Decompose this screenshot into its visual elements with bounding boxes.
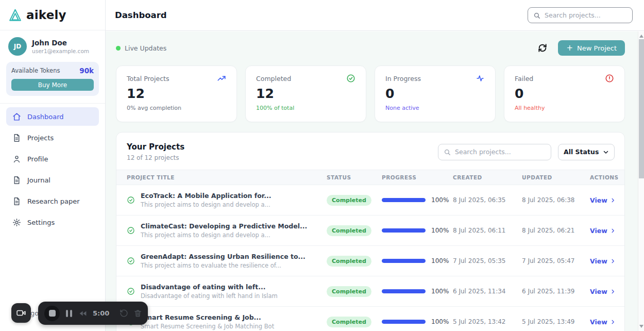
global-search bbox=[528, 7, 633, 23]
scrollbar[interactable] bbox=[638, 31, 644, 331]
progress-label: 100% bbox=[431, 318, 449, 325]
brand-logo-icon bbox=[8, 8, 22, 22]
created-date: 5 Jul 2025, 13:42 bbox=[453, 318, 522, 325]
sidebar-item-label: Research paper bbox=[27, 197, 80, 205]
created-date: 6 Jul 2025, 11:34 bbox=[453, 288, 522, 295]
global-search-input[interactable] bbox=[545, 11, 627, 19]
status-filter-select[interactable]: All Status bbox=[558, 144, 615, 160]
restart-recording-button[interactable] bbox=[120, 309, 128, 318]
page-title: Dashboard bbox=[115, 10, 167, 20]
projects-search bbox=[438, 144, 551, 160]
stat-value: 0 bbox=[515, 86, 614, 101]
scroll-up-arrow[interactable] bbox=[639, 35, 643, 38]
sidebar-item-profile[interactable]: Profile bbox=[6, 150, 99, 168]
progress-label: 100% bbox=[431, 288, 449, 295]
pause-button[interactable] bbox=[65, 309, 73, 318]
check-circle-icon bbox=[127, 287, 135, 295]
user-name: John Doe bbox=[32, 39, 89, 47]
sidebar-nav: Dashboard Projects Profile Journal Resea… bbox=[0, 104, 105, 238]
check-circle-icon bbox=[127, 257, 135, 265]
stat-subtext: All healthy bbox=[515, 105, 614, 111]
pause-icon bbox=[70, 310, 72, 317]
view-link[interactable]: View bbox=[590, 257, 616, 265]
pause-icon bbox=[66, 310, 68, 317]
project-title: Smart Resume Screening & Job... bbox=[141, 313, 274, 321]
new-project-label: New Project bbox=[577, 44, 617, 52]
stat-subtext: 100% of total bbox=[256, 105, 355, 111]
view-link[interactable]: View bbox=[590, 196, 616, 204]
stat-label: Total Projects bbox=[127, 75, 169, 82]
live-dot-icon bbox=[116, 46, 121, 51]
table-row: EcoTrack: A Mobile Application for... Th… bbox=[116, 185, 624, 216]
sidebar-item-label: Journal bbox=[27, 176, 50, 184]
table-row: Disadvantage of eating with left... Disa… bbox=[116, 276, 624, 307]
progress-bar bbox=[382, 320, 426, 324]
progress-label: 100% bbox=[431, 196, 449, 204]
stat-card-failed: Failed 0 All healthy bbox=[504, 65, 625, 122]
brand-logo: aikely bbox=[0, 0, 105, 30]
column-header-status: STATUS bbox=[327, 174, 382, 180]
created-date: 8 Jul 2025, 06:11 bbox=[453, 227, 522, 234]
column-header-actions: ACTIONS bbox=[590, 174, 619, 180]
user-icon bbox=[12, 155, 21, 163]
status-filter-value: All Status bbox=[564, 148, 599, 156]
buy-more-button[interactable]: Buy More bbox=[11, 79, 94, 91]
status-badge: Completed bbox=[327, 286, 371, 297]
stop-recording-button[interactable] bbox=[44, 306, 60, 321]
stat-value: 0 bbox=[385, 86, 485, 101]
recorder-toolbar: 5:00 bbox=[38, 302, 148, 325]
file-icon bbox=[12, 134, 21, 142]
sidebar-item-settings[interactable]: Settings bbox=[6, 213, 99, 231]
check-circle-icon bbox=[346, 74, 355, 83]
trash-icon bbox=[133, 309, 142, 318]
view-label: View bbox=[590, 318, 607, 326]
scroll-down-arrow[interactable] bbox=[639, 325, 643, 328]
sidebar-item-label: Projects bbox=[27, 134, 54, 142]
sidebar-item-label: Settings bbox=[27, 219, 55, 226]
sidebar-item-projects[interactable]: Projects bbox=[6, 128, 99, 147]
new-project-button[interactable]: + New Project bbox=[558, 40, 625, 56]
live-updates-label: Live Updates bbox=[125, 44, 166, 52]
sidebar-item-label: Dashboard bbox=[27, 113, 64, 121]
chevron-right-icon bbox=[610, 258, 616, 264]
view-label: View bbox=[590, 288, 607, 295]
progress-bar bbox=[382, 198, 426, 202]
camera-button[interactable] bbox=[11, 303, 31, 323]
sidebar-item-journal[interactable]: Journal bbox=[6, 171, 99, 189]
chevron-right-icon bbox=[610, 197, 616, 203]
delete-recording-button[interactable] bbox=[133, 309, 142, 318]
sidebar-item-dashboard[interactable]: Dashboard bbox=[6, 107, 99, 126]
brand-name: aikely bbox=[26, 8, 66, 22]
file-icon bbox=[12, 197, 21, 206]
project-title: GreenAdapt: Assessing Urban Resilience t… bbox=[141, 253, 306, 260]
table-row: Smart Resume Screening & Job... Smart Re… bbox=[116, 307, 624, 331]
project-subtitle: Disadvantage of eating with left hand in… bbox=[141, 292, 278, 300]
projects-search-input[interactable] bbox=[455, 148, 546, 156]
view-label: View bbox=[590, 227, 607, 235]
view-link[interactable]: View bbox=[590, 288, 616, 295]
sidebar: aikely JD John Doe user1@example.com Ava… bbox=[0, 0, 106, 331]
project-title: EcoTrack: A Mobile Application for... bbox=[141, 192, 272, 200]
live-updates: Live Updates bbox=[116, 44, 166, 52]
sidebar-item-research-paper[interactable]: Research paper bbox=[6, 192, 99, 210]
rewind-button[interactable] bbox=[78, 309, 88, 318]
progress-bar bbox=[382, 228, 426, 233]
progress-bar bbox=[382, 289, 426, 293]
refresh-icon bbox=[537, 43, 548, 53]
stats-row: Total Projects 12 0% avg completion Comp… bbox=[116, 65, 625, 122]
check-circle-icon bbox=[127, 226, 135, 235]
file-icon bbox=[12, 176, 21, 185]
activity-icon bbox=[476, 74, 485, 83]
stat-card-total-projects: Total Projects 12 0% avg completion bbox=[116, 65, 237, 122]
projects-panel: Your Projects 12 of 12 projects All Stat… bbox=[116, 132, 625, 331]
search-icon bbox=[444, 148, 451, 156]
gear-icon bbox=[12, 218, 21, 227]
progress-label: 100% bbox=[431, 227, 449, 234]
project-subtitle: Smart Resume Screening & Job Matching Bo… bbox=[141, 323, 274, 330]
view-link[interactable]: View bbox=[590, 318, 616, 326]
scrollbar-thumb[interactable] bbox=[639, 39, 644, 178]
stat-label: Failed bbox=[515, 75, 533, 82]
view-link[interactable]: View bbox=[590, 227, 616, 235]
updated-date: 5 Jul 2025, 13:49 bbox=[522, 318, 590, 325]
refresh-button[interactable] bbox=[537, 43, 548, 53]
